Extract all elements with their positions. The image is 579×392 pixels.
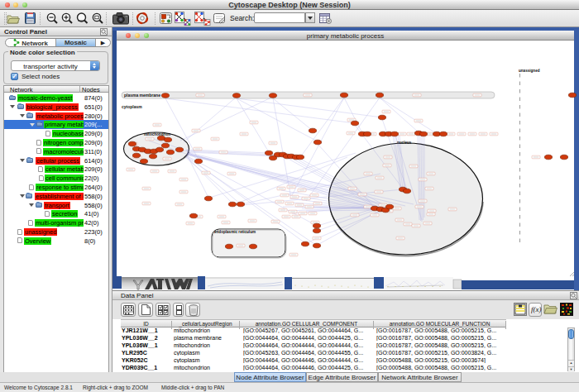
svg-text:cytoplasm: cytoplasm [122,104,142,109]
svg-text:unassigned: unassigned [519,69,540,73]
svg-text:nucleus: nucleus [397,141,412,145]
svg-text:plasma membrane: plasma membrane [124,93,160,98]
svg-text:endoplasmic reticulum: endoplasmic reticulum [214,230,256,234]
svg-text:mitochondrion: mitochondrion [144,132,170,136]
